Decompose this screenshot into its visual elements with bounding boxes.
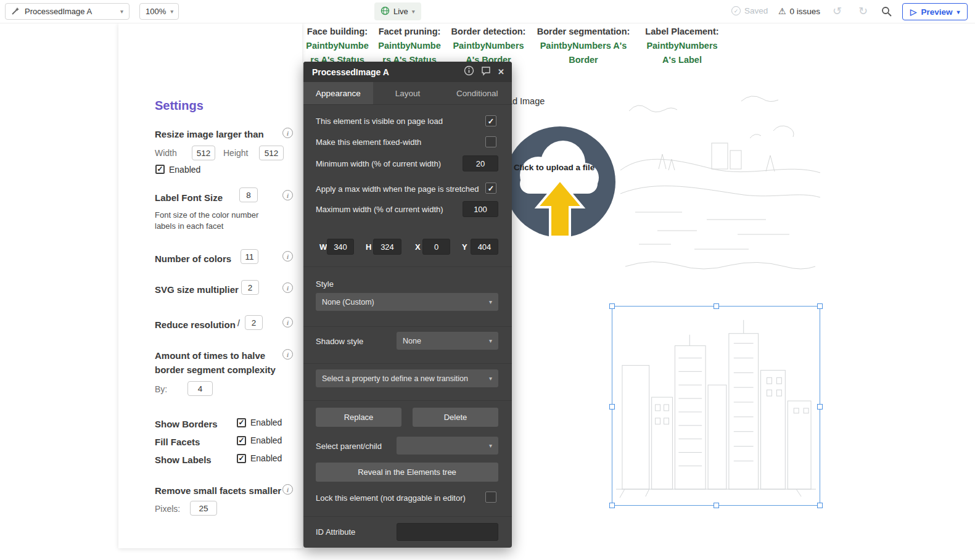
x-label: X [415, 242, 421, 252]
saved-status: ✓ Saved [731, 6, 768, 15]
chevron-down-icon: ▾ [489, 299, 492, 305]
visible-on-load-label: This element is visible on page load [316, 117, 443, 126]
upload-widget[interactable] [503, 123, 617, 242]
zoom-value: 100% [146, 7, 166, 16]
enabled-label: Enabled [250, 418, 282, 427]
close-icon[interactable]: ✕ [498, 67, 504, 76]
info-icon[interactable]: i [282, 251, 293, 261]
issues-label: 0 issues [790, 7, 821, 16]
resize-enabled-checkbox[interactable] [155, 165, 165, 174]
top-toolbar: ProcessedImage A ▾ 100% ▾ Live ▾ ✓ Saved… [0, 0, 975, 23]
element-selector-dropdown[interactable]: ProcessedImage A ▾ [5, 3, 130, 20]
selection-handle-middle-left[interactable] [609, 404, 615, 410]
comment-icon[interactable] [481, 66, 491, 78]
info-icon[interactable]: i [282, 349, 293, 360]
height-input[interactable] [373, 239, 401, 255]
status-column-facet-pruning[interactable]: Facet pruning: PaintbyNumbers A's Status [378, 25, 441, 67]
zoom-dropdown[interactable]: 100% ▾ [139, 3, 179, 20]
max-stretch-label: Apply a max width when the page is stret… [316, 184, 479, 194]
processed-image-selected[interactable] [612, 306, 820, 506]
pixels-label: Pixels: [155, 504, 180, 514]
fill-facets-checkbox[interactable] [237, 436, 246, 445]
status-column-label-placement[interactable]: Label Placement: PaintbyNumbers A's Labe… [644, 25, 720, 67]
selection-handle-bottom-left[interactable] [609, 503, 615, 508]
reveal-in-tree-button[interactable]: Reveal in the Elements tree [316, 463, 498, 482]
info-icon[interactable]: i [282, 128, 293, 138]
x-input[interactable] [422, 239, 450, 255]
property-editor-tabs: Appearance Layout Conditional [303, 82, 512, 105]
tab-conditional[interactable]: Conditional [442, 82, 512, 104]
status-title: Label Placement: [644, 25, 720, 39]
upload-cta-text[interactable]: Click to upload a file [514, 163, 594, 172]
width-label: Width [155, 148, 177, 158]
status-column-border-segmentation[interactable]: Border segmentation: PaintbyNumbers A's … [535, 25, 632, 67]
width-input[interactable] [327, 239, 354, 255]
number-of-colors-input[interactable] [241, 249, 258, 264]
selection-handle-top-left[interactable] [609, 303, 615, 309]
element-type-icon [11, 6, 20, 17]
max-width-label: Maximum width (% of current width) [316, 205, 443, 214]
selection-handle-bottom-center[interactable] [714, 503, 719, 508]
max-width-input[interactable] [463, 201, 498, 217]
version-dropdown[interactable]: Live ▾ [374, 2, 421, 20]
undo-icon[interactable]: ↺ [833, 4, 842, 18]
saved-label: Saved [744, 6, 768, 15]
tab-layout[interactable]: Layout [373, 82, 443, 104]
style-dropdown[interactable]: None (Custom) ▾ [316, 293, 498, 311]
info-icon[interactable]: i [282, 282, 293, 293]
status-column-border-detection[interactable]: Border detection: PaintbyNumbers A's Bor… [449, 25, 528, 67]
issues-button[interactable]: ⚠ 0 issues [778, 6, 820, 16]
show-borders-checkbox[interactable] [237, 418, 246, 427]
processed-image-preview-top[interactable] [620, 79, 820, 281]
info-icon[interactable]: i [282, 484, 293, 495]
property-editor-titlebar[interactable]: ProcessedImage A ✕ [303, 62, 512, 82]
resize-height-input[interactable] [259, 146, 284, 160]
fixed-width-checkbox[interactable] [485, 136, 496, 147]
shadow-style-dropdown[interactable]: None ▾ [397, 332, 498, 350]
chevron-down-icon: ▾ [489, 375, 492, 382]
svg-multiplier-label: SVG size multiplier [155, 282, 239, 297]
enabled-label: Enabled [250, 435, 282, 445]
selection-handle-top-right[interactable] [817, 303, 823, 309]
tab-appearance[interactable]: Appearance [303, 82, 373, 104]
search-icon[interactable] [881, 6, 892, 19]
min-width-input[interactable] [463, 155, 498, 171]
id-attribute-input[interactable] [397, 523, 498, 541]
selection-handle-middle-right[interactable] [817, 404, 823, 410]
divider [303, 363, 512, 364]
resize-width-input[interactable] [192, 146, 215, 160]
check-circle-icon: ✓ [731, 6, 741, 15]
halve-complexity-input[interactable] [187, 381, 213, 396]
info-icon[interactable]: i [282, 317, 293, 327]
remove-small-facets-input[interactable] [190, 501, 217, 516]
redo-icon[interactable]: ↻ [858, 4, 868, 18]
show-borders-label: Show Borders [155, 417, 218, 431]
parent-child-dropdown[interactable]: ▾ [397, 437, 498, 455]
show-labels-checkbox[interactable] [237, 454, 246, 463]
preview-label: Preview [921, 7, 952, 17]
y-label: Y [462, 242, 467, 252]
status-title: Face building: [306, 25, 369, 39]
info-icon[interactable]: i [282, 190, 293, 200]
lock-element-checkbox[interactable] [485, 492, 496, 503]
delete-button[interactable]: Delete [413, 408, 498, 427]
max-stretch-checkbox[interactable] [485, 183, 496, 194]
warning-icon: ⚠ [778, 6, 786, 16]
reduce-resolution-input[interactable] [245, 315, 263, 330]
globe-icon [381, 6, 390, 17]
replace-button[interactable]: Replace [316, 408, 401, 427]
status-title: Border detection: [449, 25, 528, 39]
preview-button[interactable]: ▷ Preview ▾ [902, 3, 968, 20]
status-column-face-building[interactable]: Face building: PaintbyNumbers A's Status [306, 25, 369, 67]
label-font-size-label: Label Font Size [155, 191, 223, 205]
transition-dropdown[interactable]: Select a property to define a new transi… [316, 369, 498, 387]
visible-on-load-checkbox[interactable] [485, 115, 496, 126]
selection-handle-top-center[interactable] [714, 303, 719, 309]
label-font-size-input[interactable] [239, 187, 258, 202]
y-input[interactable] [471, 239, 498, 255]
selection-handle-bottom-right[interactable] [817, 503, 823, 508]
info-icon[interactable] [464, 65, 474, 78]
label-font-size-description: Font size of the color number labels in … [155, 210, 265, 232]
svg-multiplier-input[interactable] [241, 280, 259, 295]
divider [303, 516, 512, 517]
